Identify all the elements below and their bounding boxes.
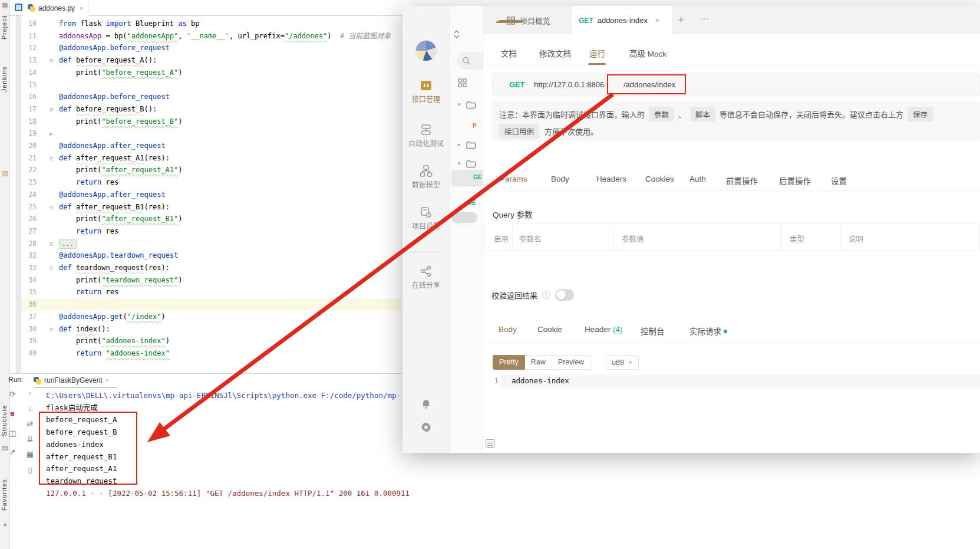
sidebar-item-project-settings[interactable]: 项目设置 [402,206,450,231]
code-token: print( [59,276,101,284]
close-icon[interactable]: × [80,5,83,12]
view-mode-raw[interactable]: Raw [525,355,552,370]
code-token: def [59,56,72,64]
view-mode-pretty[interactable]: Pretty [493,355,525,370]
code-token: @addonesApp.after_request [59,142,166,150]
method-select[interactable]: GET [509,80,525,89]
line-number: 39 [21,335,37,347]
code-text: return "addones-index" [59,347,170,360]
project-tool-icon[interactable] [15,4,22,11]
encoding-value: utf8 [612,359,624,367]
console-panel-icon[interactable] [486,439,494,448]
base-url[interactable]: http://127.0.0.1:8806 [534,80,604,89]
caret-icon[interactable]: ▾ [458,160,461,166]
code-token: ) [178,215,182,223]
subtab-1[interactable]: 修改文档 [539,47,571,59]
clear-trash-icon[interactable]: ▯ [25,465,35,475]
run-config-tab[interactable]: runFlaskByGevent × [34,374,109,387]
avatar[interactable] [415,40,437,61]
tree-folder-row[interactable]: ▾ [450,159,483,171]
close-icon[interactable]: × [105,377,109,384]
tab-request-addones-index[interactable]: GET addones-index × [572,6,672,35]
request-tab-headers[interactable]: Headers [596,175,626,183]
fold-marker-icon[interactable]: ⊟ [47,152,55,165]
editor-tab-addones[interactable]: addones.py × [23,0,89,16]
response-tab-cookie[interactable]: Cookie [537,325,562,334]
down-stack-icon[interactable]: ↓ [25,403,35,414]
sidebar-item-api-manage[interactable]: 接口管理 [402,80,450,104]
help-icon[interactable]: ? [542,291,550,299]
view-mode-preview[interactable]: Preview [552,355,590,370]
request-tab-params[interactable]: Params [500,175,527,183]
fold-arrow-icon[interactable]: ▶ [47,127,55,140]
query-params-table[interactable]: 启用参数名参数值类型说明 [484,223,980,251]
soft-wrap-icon[interactable]: ⇄ [25,419,35,429]
column-header: 参数值 [622,233,644,244]
caret-icon[interactable]: ▾ [458,101,461,107]
request-path-input[interactable]: /addones/index [623,80,675,89]
stop-icon[interactable]: ■ [7,409,18,419]
more-tabs-icon[interactable]: ⋯ [700,14,710,24]
response-tab-header[interactable]: Header (4) [585,325,623,334]
favorites-star-icon[interactable]: ✶ [1,521,9,529]
response-tab-控制台[interactable]: 控制台 [641,325,665,337]
fold-marker-icon[interactable]: ⊟ [47,323,55,336]
print-icon[interactable]: ▦ [25,449,35,460]
stripe-label-jenkins[interactable]: Jenkins [1,66,9,92]
request-tab-body[interactable]: Body [551,175,569,183]
caret-icon[interactable]: ▸ [458,142,461,147]
sidebar-item-share[interactable]: 在线分享 [402,265,450,290]
layout-icon[interactable]: ◫ [7,428,18,439]
scroll-end-icon[interactable]: ⇊ [25,434,35,445]
fold-marker-icon[interactable]: ⊟ [47,54,55,67]
editor-tab-label: addones.py [38,4,75,12]
request-tab-设置[interactable]: 设置 [831,175,847,186]
sidebar-item-data-model[interactable]: 数据模型 [402,165,450,189]
collapse-sidebar-icon[interactable] [453,29,460,41]
subtab-run[interactable]: 运行 [589,47,605,59]
request-url-bar[interactable]: GET http://127.0.0.1:8806 /addones/index [492,73,980,96]
fold-marker-icon[interactable]: ⊟ [47,201,55,213]
settings-gear-icon[interactable] [402,421,450,435]
subtab-0[interactable]: 文档 [501,47,517,59]
code-token [59,349,76,357]
tool-grid-icon[interactable]: ▦ [1,1,9,9]
code-token: import [105,19,131,28]
search-icon [462,57,470,65]
project-panel-edge[interactable] [16,16,21,373]
changes-icon[interactable]: ▨ [1,169,9,177]
request-tab-后置操作[interactable]: 后置操作 [779,175,811,186]
validate-response-row: 校验返回结果 ? [491,289,574,301]
rerun-icon[interactable]: ⟳ [7,389,18,400]
line-number: 15 [21,79,37,91]
request-tab-cookies[interactable]: Cookies [645,175,674,183]
response-tab-实际请求[interactable]: 实际请求 [689,325,727,337]
tree-item-overview[interactable] [450,78,483,90]
notifications-bell-icon[interactable] [402,399,450,412]
search-input[interactable] [457,52,483,70]
request-tab-auth[interactable]: Auth [689,175,706,183]
code-text: print("before_request_A") [59,67,183,79]
line-number: 22 [21,164,37,176]
notice-chip: 脚本 [690,107,715,121]
response-tab-body[interactable]: Body [499,325,517,334]
stripe-label-favorites[interactable]: Favorites [1,479,9,511]
stripe-label-project[interactable]: Project [1,15,9,40]
tree-folder-row[interactable]: ▾ [450,100,483,112]
folder-icon [466,160,476,170]
encoding-select[interactable]: utf8▼ [606,355,639,370]
notice-chip: 保存 [908,107,933,121]
response-body-text[interactable]: addones-index [512,376,569,385]
new-tab-button[interactable]: + [678,14,684,27]
validate-toggle[interactable] [555,289,574,301]
fold-marker-icon[interactable]: ⊟ [47,103,55,116]
subtab-3[interactable]: 高级 Mock [629,47,666,59]
request-tab-前置操作[interactable]: 前置操作 [726,175,758,186]
fold-marker-icon[interactable]: ⊟ [47,262,55,274]
tree-folder-row[interactable]: ▸ [450,140,483,152]
fold-marker-icon[interactable]: ⊞ [47,238,55,250]
close-icon[interactable]: × [655,17,659,25]
sidebar-item-automation-test[interactable]: 自动化测试 [402,124,450,148]
up-stack-icon[interactable]: ↑ [25,388,35,399]
pin-icon[interactable]: ↗ [7,447,18,458]
